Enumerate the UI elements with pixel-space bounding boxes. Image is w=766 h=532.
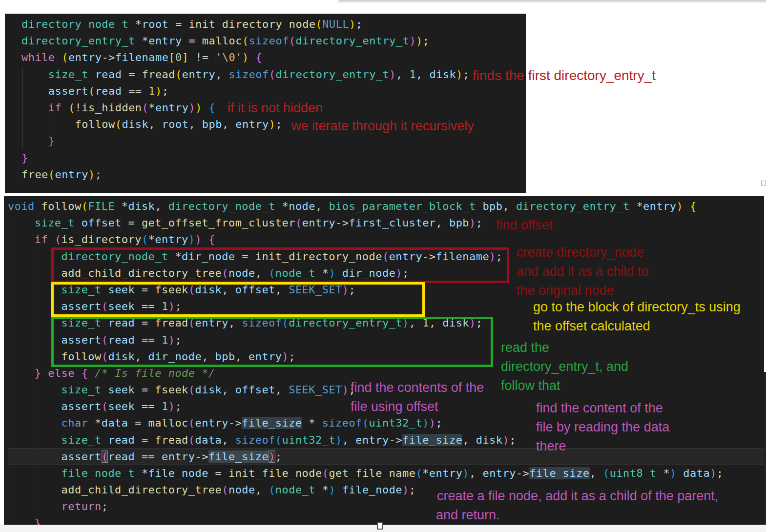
indent-guide	[33, 248, 33, 514]
annotation-text: we iterate through it recursively	[291, 118, 474, 135]
annotation-text: find the content of the	[536, 400, 663, 417]
annotation-text: file using offset	[351, 398, 438, 415]
indent-guide	[49, 116, 49, 134]
annotation-text: if it is not hidden	[228, 100, 323, 117]
code-line: void follow(FILE *disk, directory_node_t…	[8, 198, 764, 215]
annotation-text: create directory_node	[517, 244, 644, 261]
code-line: size_t read = fread(entry, sizeof(direct…	[21, 66, 526, 83]
indent-guide	[9, 215, 9, 522]
code-line: if (is_directory(*entry)) {	[8, 231, 764, 248]
annotation-text: there	[536, 438, 566, 455]
annotation-text: file by reading the data	[536, 419, 669, 436]
corner-marker-icon	[761, 181, 766, 185]
code-line: assert(read == entry->file_size);	[8, 449, 764, 465]
code-line: directory_entry_t *entry = malloc(sizeof…	[21, 33, 526, 49]
code-line: directory_node_t *root = init_directory_…	[21, 16, 526, 33]
yellow-highlight-box	[51, 282, 425, 317]
annotation-text: the original node	[517, 282, 614, 299]
red-highlight-box	[51, 247, 509, 283]
annotation-text: the offset calculated	[533, 318, 650, 335]
annotation-text: create a file node, add it as a child of…	[437, 488, 718, 505]
code-line: size_t offset = get_offset_from_cluster(…	[8, 215, 764, 231]
annotation-text: finds the first directory_entry_t	[473, 67, 656, 84]
annotation-text: directory_entry_t, and	[501, 358, 628, 375]
annotation-text: and add it as a child to	[517, 263, 648, 280]
code-line: }	[21, 150, 526, 166]
annotation-text: find offset	[496, 217, 553, 234]
annotation-text: find the contents of the	[351, 379, 484, 396]
annotated-code-notes-page: directory_node_t *root = init_directory_…	[0, 0, 766, 532]
annotation-text: go to the block of directory_ts using	[533, 299, 741, 316]
annotation-text: and return.	[436, 507, 500, 524]
code-line: free(entry);	[21, 166, 526, 183]
window-top-shadow	[337, 0, 766, 3]
code-line: file_node_t *file_node = init_file_node(…	[8, 465, 764, 482]
code-line: while (entry->filename[0] != '\0') {	[21, 49, 526, 66]
green-highlight-box	[51, 317, 493, 367]
resize-handle-icon[interactable]	[377, 522, 383, 530]
annotation-text: read the	[501, 339, 549, 356]
annotation-text: follow that	[501, 377, 560, 394]
code-line: }	[21, 133, 526, 149]
code-line: assert(read == 1);	[21, 83, 526, 100]
background-window-edge	[764, 372, 766, 525]
indent-guide	[22, 66, 23, 149]
